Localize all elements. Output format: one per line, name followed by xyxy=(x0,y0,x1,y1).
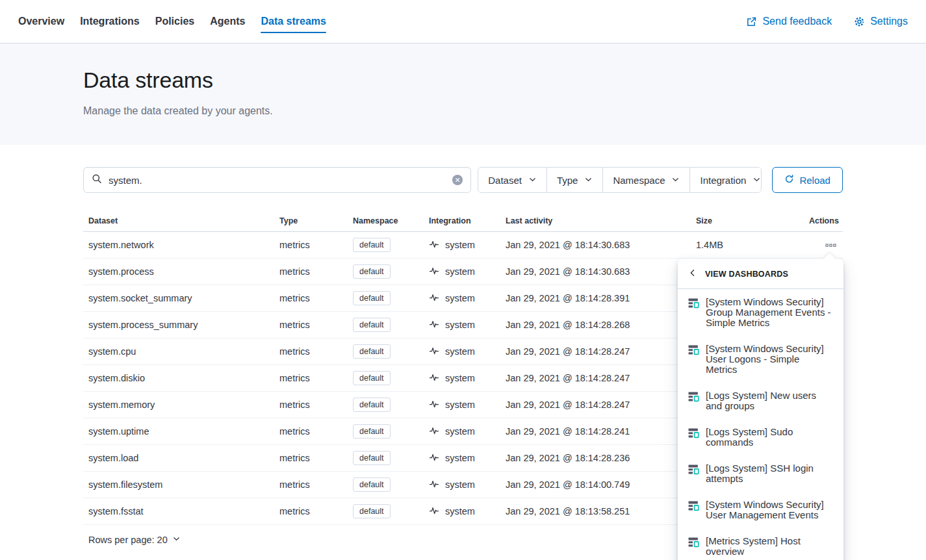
tab-policies[interactable]: Policies xyxy=(155,0,194,43)
refresh-icon xyxy=(784,174,794,186)
integration-label: system xyxy=(445,320,475,330)
pulse-icon xyxy=(429,479,439,491)
filter-type[interactable]: Type xyxy=(547,168,604,192)
pulse-icon xyxy=(429,399,439,411)
namespace-cell: default xyxy=(348,285,424,312)
actions-button[interactable] xyxy=(824,239,838,251)
type-cell: metrics xyxy=(274,338,348,365)
namespace-cell: default xyxy=(348,418,424,445)
namespace-cell: default xyxy=(348,365,424,392)
last-activity-cell: Jan 29, 2021 @ 18:14:28.268 xyxy=(500,312,691,338)
search-box[interactable]: ✕ xyxy=(83,167,471,193)
dashboard-link-label: [System Windows Security] User Logons - … xyxy=(706,344,833,375)
integration-label: system xyxy=(445,506,475,516)
dashboard-link[interactable]: [System Windows Security] Group Manageme… xyxy=(678,289,843,336)
integration-cell: system xyxy=(424,392,500,418)
namespace-badge: default xyxy=(353,424,391,439)
pulse-icon xyxy=(429,266,439,278)
gear-icon xyxy=(854,16,865,27)
dataset-cell: system.uptime xyxy=(83,418,274,445)
pulse-icon xyxy=(429,505,439,518)
integration-label: system xyxy=(445,293,475,303)
tab-agents[interactable]: Agents xyxy=(210,0,245,43)
dashboard-link-label: [Logs System] New users and groups xyxy=(706,390,833,411)
chevron-down-icon xyxy=(172,535,181,545)
integration-cell: system xyxy=(424,232,500,259)
pulse-icon xyxy=(429,426,439,438)
namespace-cell: default xyxy=(348,498,424,525)
pulse-icon xyxy=(429,319,439,331)
column-header-namespace: Namespace xyxy=(348,211,424,232)
pulse-icon xyxy=(429,372,439,385)
search-input[interactable] xyxy=(107,174,447,186)
integration-cell: system xyxy=(424,338,500,365)
pulse-icon xyxy=(429,292,439,305)
dataset-cell: system.socket_summary xyxy=(83,285,274,312)
chevron-down-icon xyxy=(671,175,680,186)
filter-label: Dataset xyxy=(488,175,522,186)
filter-namespace[interactable]: Namespace xyxy=(603,168,690,192)
integration-cell: system xyxy=(424,285,500,312)
namespace-cell: default xyxy=(348,472,424,498)
dataset-cell: system.memory xyxy=(83,392,274,418)
dashboard-icon xyxy=(688,464,699,484)
integration-label: system xyxy=(445,400,475,410)
toolbar: ✕ DatasetTypeNamespaceIntegration Reload xyxy=(83,167,843,193)
reload-label: Reload xyxy=(799,175,830,186)
chevron-down-icon xyxy=(584,175,593,186)
clear-search-button[interactable]: ✕ xyxy=(452,175,463,185)
rows-per-page[interactable]: Rows per page: 20 xyxy=(83,535,181,545)
namespace-badge: default xyxy=(353,291,391,305)
column-header-type: Type xyxy=(274,211,348,232)
view-dashboards-popover: VIEW DASHBOARDS [System Windows Security… xyxy=(678,259,843,560)
search-icon xyxy=(92,173,102,186)
dashboard-link[interactable]: [System Windows Security] User Logons - … xyxy=(678,336,843,383)
nav-link-settings[interactable]: Settings xyxy=(854,16,908,27)
column-header-last-activity: Last activity xyxy=(500,211,691,232)
actions-cell xyxy=(804,232,843,259)
tab-overview[interactable]: Overview xyxy=(18,0,64,43)
dashboard-link[interactable]: [Logs System] SSH login attempts xyxy=(678,455,843,492)
dashboard-icon xyxy=(688,391,699,411)
namespace-badge: default xyxy=(353,264,391,279)
dashboard-link[interactable]: [Logs System] Sudo commands xyxy=(678,419,843,455)
filter-dataset[interactable]: Dataset xyxy=(478,168,547,192)
dashboard-link[interactable]: [Logs System] New users and groups xyxy=(678,383,843,419)
type-cell: metrics xyxy=(274,498,348,525)
last-activity-cell: Jan 29, 2021 @ 18:14:28.247 xyxy=(500,365,691,392)
dashboard-icon xyxy=(688,537,699,557)
type-cell: metrics xyxy=(274,285,348,312)
nav-actions: Send feedbackSettings xyxy=(746,16,908,27)
namespace-cell: default xyxy=(348,392,424,418)
rows-per-page-label: Rows per page: 20 xyxy=(88,535,168,545)
filter-integration[interactable]: Integration xyxy=(690,168,762,192)
dataset-cell: system.diskio xyxy=(83,365,274,392)
namespace-badge: default xyxy=(353,344,391,359)
last-activity-cell: Jan 29, 2021 @ 18:14:30.683 xyxy=(500,259,691,285)
fleet-data-streams-page: OverviewIntegrationsPoliciesAgentsData s… xyxy=(0,0,926,560)
pulse-icon xyxy=(429,346,439,358)
column-header-actions: Actions xyxy=(804,211,843,232)
dataset-cell: system.network xyxy=(83,232,274,259)
top-nav: OverviewIntegrationsPoliciesAgentsData s… xyxy=(0,0,926,44)
tab-integrations[interactable]: Integrations xyxy=(80,0,140,43)
nav-link-label: Settings xyxy=(870,16,908,27)
dashboard-link[interactable]: [System Windows Security] User Managemen… xyxy=(678,492,843,528)
dashboard-link-label: [Logs System] Sudo commands xyxy=(706,427,833,448)
dashboard-link-label: [System Windows Security] User Managemen… xyxy=(706,500,833,520)
integration-label: system xyxy=(445,453,475,463)
nav-link-send-feedback[interactable]: Send feedback xyxy=(746,16,832,27)
integration-label: system xyxy=(445,346,475,357)
column-header-size: Size xyxy=(691,211,804,232)
reload-button[interactable]: Reload xyxy=(772,167,843,193)
integration-cell: system xyxy=(424,259,500,285)
integration-cell: system xyxy=(424,365,500,392)
popover-back-button[interactable] xyxy=(688,268,697,279)
dashboard-link[interactable]: [Metrics System] Host overview xyxy=(678,528,843,560)
dashboard-icon xyxy=(688,298,699,328)
pulse-icon xyxy=(429,452,439,465)
pulse-icon xyxy=(429,239,439,251)
boxes-horizontal-icon xyxy=(825,240,836,250)
tab-data-streams[interactable]: Data streams xyxy=(261,0,326,43)
namespace-cell: default xyxy=(348,338,424,365)
